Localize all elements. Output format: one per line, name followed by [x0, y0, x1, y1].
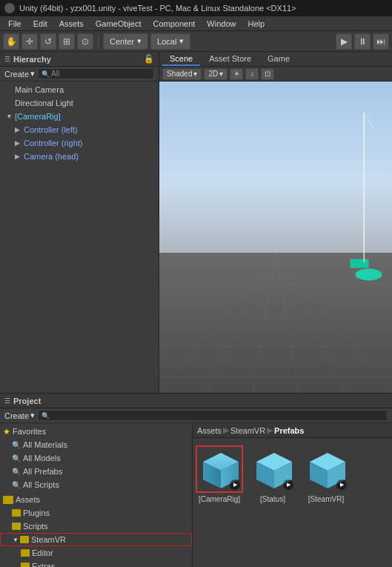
- prefab-icon-status: ▶: [249, 445, 296, 493]
- item-label: Plugins: [23, 508, 50, 517]
- favorites-label: Favorites: [13, 427, 46, 436]
- breadcrumb-steamvr[interactable]: SteamVR: [230, 426, 265, 435]
- tree-steamvr[interactable]: ▼ SteamVR: [0, 533, 192, 546]
- play-btn[interactable]: ▶: [336, 33, 352, 50]
- breadcrumb-sep-1: ▶: [223, 425, 229, 435]
- prefab-item-camerarig[interactable]: ▶ [CameraRig]: [196, 445, 243, 503]
- svg-rect-0: [159, 82, 392, 253]
- hierarchy-item-directionallight[interactable]: Directional Light: [0, 96, 159, 110]
- sun-btn[interactable]: ☀: [230, 68, 243, 80]
- pivot-arrow-icon: ▾: [137, 36, 142, 46]
- project-create-btn[interactable]: Create ▾: [4, 411, 35, 420]
- tab-game[interactable]: Game: [260, 53, 297, 66]
- item-label: All Prefabs: [23, 467, 62, 476]
- hierarchy-create-btn[interactable]: Create ▾: [4, 69, 35, 79]
- menu-gameobject[interactable]: GameObject: [90, 18, 147, 30]
- rotate-tool-btn[interactable]: ↺: [40, 33, 56, 50]
- prefab-item-status[interactable]: ▶ [Status]: [249, 445, 296, 503]
- folder-icon: [12, 523, 21, 530]
- prefab-item-steamvr[interactable]: ▶ [SteamVR]: [302, 445, 350, 503]
- project-content: ★ Favorites 🔍 All Materials 🔍 All Models…: [0, 423, 392, 567]
- favorites-header[interactable]: ★ Favorites: [0, 425, 192, 438]
- prefab-label-status: [Status]: [260, 495, 285, 503]
- main-toolbar: ✋ ✛ ↺ ⊞ ⊙ Center ▾ Local ▾ ▶ ⏸ ⏭: [0, 31, 392, 52]
- prefab-grid: ▶ [CameraRig]: [196, 442, 389, 506]
- breadcrumb-assets[interactable]: Assets: [197, 426, 222, 435]
- menu-help[interactable]: Help: [242, 18, 270, 30]
- breadcrumb: Assets ▶ SteamVR ▶ Prefabs: [193, 423, 392, 438]
- space-dropdown[interactable]: Local ▾: [150, 33, 190, 50]
- pause-btn[interactable]: ⏸: [354, 33, 371, 50]
- tree-editor[interactable]: Editor: [0, 546, 192, 560]
- menu-window[interactable]: Window: [202, 18, 241, 30]
- pivot-dropdown[interactable]: Center ▾: [103, 33, 148, 50]
- mode-arrow-icon: ▾: [219, 70, 223, 78]
- tab-assetstore[interactable]: Asset Store: [202, 53, 259, 66]
- tree-all-scripts[interactable]: 🔍 All Scripts: [0, 478, 192, 491]
- shading-dropdown[interactable]: Shaded ▾: [162, 68, 202, 80]
- hierarchy-lock-icon[interactable]: 🔓: [144, 54, 154, 64]
- prefab-play-icon: ▶: [336, 480, 347, 490]
- project-right-panel: Assets ▶ SteamVR ▶ Prefabs: [193, 423, 392, 567]
- aspect-btn[interactable]: ⊡: [261, 68, 274, 80]
- hierarchy-panel: ☰ Hierarchy 🔓 Create ▾ 🔍 All Main Camera: [0, 52, 159, 393]
- audio-btn[interactable]: ♪: [245, 68, 259, 80]
- arrow-icon: ▶: [15, 126, 24, 133]
- arrow-expand-icon: ▼: [13, 537, 19, 543]
- folder-icon: [21, 563, 30, 567]
- breadcrumb-prefabs[interactable]: Prefabs: [274, 426, 304, 435]
- arrow-icon: ▶: [15, 139, 24, 147]
- step-btn[interactable]: ⏭: [373, 33, 389, 50]
- hierarchy-list: Main Camera Directional Light ▼ [CameraR…: [0, 82, 159, 393]
- scale-tool-btn[interactable]: ⊞: [59, 33, 75, 50]
- tree-all-prefabs[interactable]: 🔍 All Prefabs: [0, 465, 192, 478]
- star-icon: ★: [3, 427, 10, 437]
- tab-scene[interactable]: Scene: [162, 53, 200, 66]
- create-arrow-icon: ▾: [30, 69, 35, 79]
- menu-edit[interactable]: Edit: [28, 18, 53, 30]
- move-tool-btn[interactable]: ✛: [21, 33, 38, 50]
- tree-plugins[interactable]: Plugins: [0, 506, 192, 520]
- folder-icon: [3, 496, 13, 504]
- project-search[interactable]: 🔍: [38, 410, 388, 421]
- title-text: Unity (64bit) - yzx001.unity - viveTest …: [19, 4, 296, 13]
- hierarchy-item-camerarig[interactable]: ▼ [CameraRig]: [0, 110, 159, 123]
- item-label: SteamVR: [31, 535, 66, 544]
- search-icon: 🔍: [12, 468, 21, 476]
- hierarchy-item-camera-head[interactable]: ▶ Camera (head): [0, 150, 159, 163]
- tree-scripts[interactable]: Scripts: [0, 520, 192, 533]
- tree-all-materials[interactable]: 🔍 All Materials: [0, 438, 192, 451]
- prefab-label-camerarig: [CameraRig]: [199, 495, 240, 503]
- unity-icon: [4, 3, 15, 13]
- search-placeholder: All: [51, 70, 59, 78]
- menu-bar: File Edit Assets GameObject Component Wi…: [0, 16, 392, 31]
- assets-header[interactable]: Assets: [0, 493, 192, 506]
- item-label: Scripts: [23, 522, 48, 531]
- rect-tool-btn[interactable]: ⊙: [77, 33, 93, 50]
- mode-label: 2D: [208, 70, 218, 78]
- search-icon: 🔍: [12, 481, 21, 489]
- hierarchy-search[interactable]: 🔍 All: [38, 68, 154, 79]
- project-header: ☰ Project: [0, 394, 392, 408]
- menu-file[interactable]: File: [3, 18, 27, 30]
- svg-point-12: [356, 268, 382, 280]
- project-title: Project: [13, 397, 41, 405]
- scene-viewport[interactable]: [159, 82, 392, 393]
- hierarchy-item-controller-right[interactable]: ▶ Controller (right): [0, 136, 159, 150]
- project-tree: ★ Favorites 🔍 All Materials 🔍 All Models…: [0, 423, 193, 567]
- hierarchy-item-controller-left[interactable]: ▶ Controller (left): [0, 123, 159, 136]
- item-label: Controller (left): [24, 125, 78, 134]
- shading-arrow-icon: ▾: [193, 70, 197, 78]
- create-label: Create: [4, 411, 29, 420]
- menu-component[interactable]: Component: [147, 18, 200, 30]
- assets-label: Assets: [16, 495, 40, 504]
- hierarchy-item-maincamera[interactable]: Main Camera: [0, 83, 159, 96]
- hierarchy-menu-icon: ☰: [4, 56, 10, 63]
- tree-all-models[interactable]: 🔍 All Models: [0, 451, 192, 465]
- tree-extras[interactable]: Extras: [0, 560, 192, 567]
- mode-dropdown[interactable]: 2D ▾: [204, 68, 227, 80]
- hand-tool-btn[interactable]: ✋: [3, 33, 19, 50]
- search-icon: 🔍: [12, 441, 21, 449]
- menu-assets[interactable]: Assets: [54, 18, 89, 30]
- project-toolbar: Create ▾ 🔍: [0, 408, 392, 423]
